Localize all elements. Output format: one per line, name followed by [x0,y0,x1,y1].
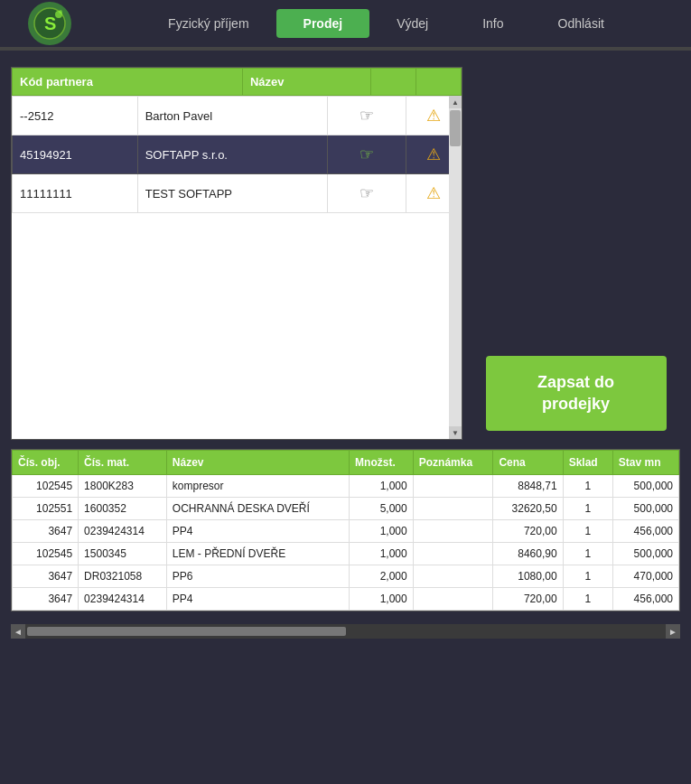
bottom-section: Čís. obj. Čís. mat. Název Množst. Poznám… [0,449,691,621]
partner-data-table: --2512 Barton Pavel ☞ ⚠ 45194921 SOFTAPP [12,96,462,213]
scrollbar-track[interactable] [27,627,664,636]
items-table: Čís. obj. Čís. mat. Název Množst. Poznám… [12,450,679,611]
partner-select-btn[interactable]: ☞ [327,174,406,213]
table-row[interactable]: 1025511600352OCHRANNÁ DESKA DVEŘÍ5,00032… [13,498,679,520]
svg-point-3 [59,10,62,14]
table-row[interactable]: 1025451500345LEM - PŘEDNÍ DVEŘE1,0008460… [13,543,679,565]
nav-info[interactable]: Info [455,9,530,38]
partner-table-wrapper: Kód partnera Název --2512 Barton Pavel [11,67,462,440]
partner-name: SOFTAPP s.r.o. [137,135,327,174]
col-mnozst: Množst. [350,451,414,475]
pointer-icon[interactable]: ☞ [353,142,380,167]
table-row[interactable]: 1025451800K283kompresor1,0008848,711500,… [13,475,679,498]
warning-icon[interactable]: ⚠ [426,145,441,163]
warning-icon[interactable]: ⚠ [426,184,441,202]
header: S Fyzický příjem Prodej Výdej Info Odhlá… [0,0,691,49]
horizontal-scrollbar[interactable]: ◄ ► [11,624,680,639]
partner-name: Barton Pavel [137,97,327,135]
scrollbar-up-arrow[interactable]: ▲ [449,96,462,108]
partner-table: Kód partnera Název [12,68,462,96]
zapsat-button[interactable]: Zapsat do prodejky [486,356,667,431]
main-content: Kód partnera Název --2512 Barton Pavel [0,58,691,449]
pointer-icon[interactable]: ☞ [353,103,380,128]
partner-id: 45194921 [13,135,138,174]
col-action2 [416,69,462,96]
col-nazev: Název [242,69,370,96]
logo-area: S [9,2,90,45]
right-panel: Zapsat do prodejky [472,67,680,440]
nav-prodej[interactable]: Prodej [276,9,370,38]
svg-text:S: S [44,14,56,33]
partner-id: --2512 [13,97,138,135]
scrollbar-thumb[interactable] [27,627,346,636]
nav-odhlasit[interactable]: Odhlásit [531,9,631,38]
col-sklad: Sklad [563,451,612,475]
col-stavmn: Stav mn [612,451,678,475]
partner-id: 11111111 [13,174,138,213]
partner-name: TEST SOFTAPP [137,174,327,213]
warning-icon[interactable]: ⚠ [426,107,441,125]
vertical-scrollbar[interactable]: ▲ ▼ [449,96,462,439]
scrollbar-track[interactable] [449,108,462,426]
col-kod-partnera: Kód partnera [13,69,243,96]
header-divider [0,49,691,51]
col-cena: Cena [493,451,563,475]
table-row[interactable]: 3647DR0321058PP62,0001080,001470,000 [13,565,679,588]
items-table-wrapper: Čís. obj. Čís. mat. Název Množst. Poznám… [11,449,680,611]
pointer-icon[interactable]: ☞ [353,181,380,206]
col-poznamka: Poznámka [413,451,493,475]
logo-icon: S [28,2,71,45]
scrollbar-down-arrow[interactable]: ▼ [449,426,462,439]
table-row[interactable]: 11111111 TEST SOFTAPP ☞ ⚠ [13,174,462,213]
partner-select-btn[interactable]: ☞ [327,135,406,174]
partner-panel: Kód partnera Název --2512 Barton Pavel [11,67,462,440]
scrollbar-left-arrow[interactable]: ◄ [11,624,25,639]
main-nav: Fyzický příjem Prodej Výdej Info Odhlási… [90,9,682,38]
table-row[interactable]: 45194921 SOFTAPP s.r.o. ☞ ⚠ [13,135,462,174]
table-row[interactable]: 36470239424314PP41,000720,001456,000 [13,588,679,611]
partner-scroll-area[interactable]: --2512 Barton Pavel ☞ ⚠ 45194921 SOFTAPP [12,96,462,439]
scrollbar-right-arrow[interactable]: ► [666,624,680,639]
col-nazev: Název [166,451,349,475]
col-cismat: Čís. mat. [79,451,167,475]
col-cisobj: Čís. obj. [13,451,79,475]
partner-select-btn[interactable]: ☞ [327,97,406,135]
nav-vydej[interactable]: Výdej [369,9,455,38]
table-row[interactable]: 36470239424314PP41,000720,001456,000 [13,520,679,543]
table-row[interactable]: --2512 Barton Pavel ☞ ⚠ [13,97,462,135]
nav-fyzicky-prijem[interactable]: Fyzický příjem [141,9,275,38]
col-action1 [371,69,416,96]
scrollbar-thumb[interactable] [450,110,461,146]
